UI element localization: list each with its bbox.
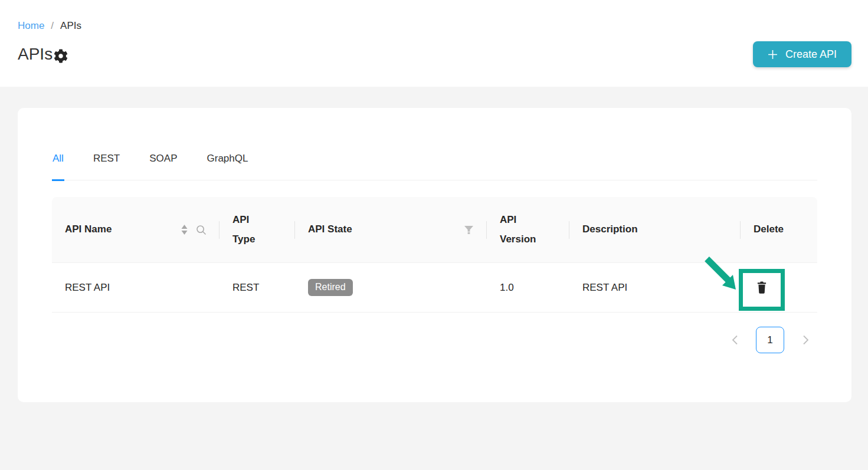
- tab-graphql[interactable]: GraphQL: [207, 144, 249, 180]
- api-table: API Name API Type API State: [52, 197, 817, 313]
- column-header-delete: Delete: [741, 197, 817, 262]
- table-header-row: API Name API Type API State: [52, 197, 817, 263]
- breadcrumb: Home / APIs: [18, 20, 851, 32]
- tab-soap[interactable]: SOAP: [149, 144, 178, 180]
- column-header-api-type: API Type: [220, 197, 295, 262]
- page-title-wrap: APIs: [18, 45, 68, 64]
- cell-description: REST API: [569, 263, 741, 312]
- chevron-right-icon[interactable]: [794, 328, 817, 352]
- tab-rest[interactable]: REST: [93, 144, 120, 180]
- top-header: Home / APIs APIs Create API: [0, 0, 868, 87]
- create-api-button-label: Create API: [785, 48, 837, 61]
- cell-api-version: 1.0: [487, 263, 569, 312]
- page-title: APIs: [18, 45, 53, 64]
- plus-icon: [768, 50, 778, 60]
- breadcrumb-current: APIs: [60, 20, 81, 32]
- cell-api-type: REST: [220, 263, 295, 312]
- status-badge: Retired: [308, 279, 353, 295]
- breadcrumb-separator: /: [51, 20, 54, 32]
- cell-api-name: REST API: [52, 263, 220, 312]
- api-list-card: All REST SOAP GraphQL API Name: [18, 108, 851, 402]
- delete-api-button[interactable]: [756, 281, 767, 294]
- gear-icon[interactable]: [54, 49, 68, 63]
- pagination: 1: [52, 327, 817, 353]
- title-row: APIs Create API: [18, 41, 851, 67]
- column-header-api-state-label: API State: [308, 220, 352, 239]
- search-icon[interactable]: [196, 225, 207, 235]
- column-header-delete-label: Delete: [754, 220, 784, 239]
- column-header-api-version: API Version: [487, 197, 569, 262]
- column-header-description: Description: [569, 197, 741, 262]
- chevron-left-icon[interactable]: [723, 328, 746, 352]
- pagination-page-1[interactable]: 1: [756, 327, 784, 353]
- main-content: All REST SOAP GraphQL API Name: [0, 87, 868, 470]
- cell-api-state: Retired: [295, 263, 487, 312]
- cell-delete: [741, 263, 817, 312]
- trash-icon: [756, 281, 767, 294]
- api-type-tabs: All REST SOAP GraphQL: [52, 144, 817, 180]
- breadcrumb-home-link[interactable]: Home: [18, 20, 44, 32]
- filter-funnel-icon[interactable]: [464, 225, 474, 235]
- create-api-button[interactable]: Create API: [753, 41, 851, 67]
- column-header-api-state: API State: [295, 197, 487, 262]
- column-header-api-type-label: API Type: [232, 211, 269, 249]
- table-row[interactable]: REST API REST Retired 1.0 REST API: [52, 263, 817, 313]
- column-header-description-label: Description: [582, 220, 638, 239]
- column-header-api-name-label: API Name: [65, 220, 112, 239]
- column-header-api-version-label: API Version: [500, 211, 542, 249]
- tab-all[interactable]: All: [52, 144, 64, 180]
- sort-carets-icon[interactable]: [181, 224, 188, 236]
- column-header-api-name: API Name: [52, 197, 220, 262]
